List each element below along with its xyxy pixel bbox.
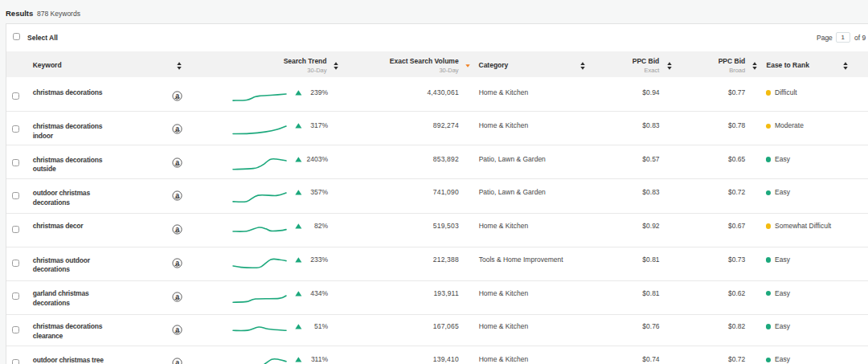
svg-text:a: a [175,358,179,364]
